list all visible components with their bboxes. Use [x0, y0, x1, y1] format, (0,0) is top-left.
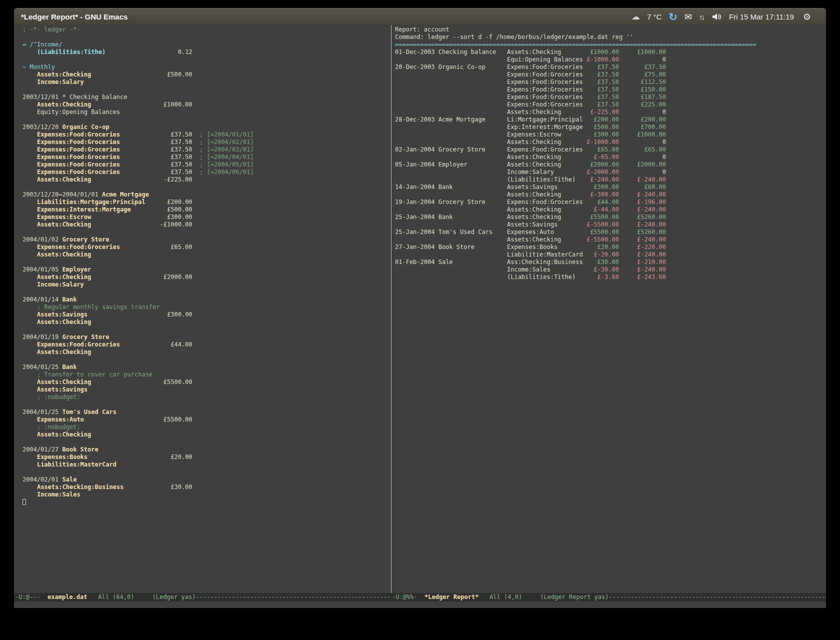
buffer-line: Assets:Checking	[22, 431, 391, 438]
emacs-frame: *Ledger Report* - GNU Emacs ☁ 7 °C ↻ ✉ ↑…	[14, 8, 826, 608]
buffer-line	[22, 498, 391, 506]
buffer-line: ; :nobudget:	[22, 424, 391, 431]
buffer-window-ledger-file[interactable]: ; -*- ledger -*-= /^Income/ (Liabilities…	[14, 25, 391, 593]
settings-gear-icon[interactable]: ⚙	[803, 12, 811, 22]
buffer-line: 2004/01/05 Employer	[22, 266, 391, 274]
buffer-line: 2004/01/19 Grocery Store	[22, 334, 391, 341]
report-row: Assets:Checking £-1000.00 0	[395, 138, 826, 146]
report-header-line: Command: ledger --sort d -f /home/borbus…	[395, 34, 826, 41]
buffer-line: 2003/12/28=2004/01/01 Acme Mortgage	[22, 191, 391, 198]
modelines-row: -U:@--- example.dat All (64,0) (Ledger y…	[14, 593, 826, 602]
report-row: Income:Sales £-30.00 £-240.00	[395, 266, 826, 274]
buffer-line: Assets:Savings £300.00	[22, 311, 391, 318]
buffer-line	[22, 468, 391, 476]
report-row: 14-Jan-2004 Bank Assets:Savings £300.00 …	[395, 184, 826, 191]
buffer-line: Income:Salary	[22, 281, 391, 288]
report-row: 01-Feb-2004 Sale Ass:Checking:Business £…	[395, 258, 826, 266]
modeline-left[interactable]: -U:@--- example.dat All (64,0) (Ledger y…	[14, 593, 391, 602]
buffer-line: Liabilities:MasterCard	[22, 461, 391, 468]
buffer-line: Income:Salary	[22, 78, 391, 86]
weather-icon[interactable]: ☁	[632, 12, 640, 21]
text-cursor	[22, 499, 26, 505]
report-row: Assets:Checking £-300.00 £-240.00	[395, 191, 826, 198]
report-row: Liabilitie:MasterCard £-20.00 £-240.00	[395, 251, 826, 258]
report-row: Expenses:Escrow £300.00 £1000.00	[395, 131, 826, 138]
report-row: Expens:Food:Groceries £37.50 £150.00	[395, 86, 826, 94]
buffer-window-ledger-report[interactable]: Report: accountCommand: ledger --sort d …	[392, 25, 826, 593]
report-row: 28-Dec-2003 Acme Mortgage Li:Mortgage:Pr…	[395, 116, 826, 124]
buffer-line: 2004/01/14 Bank	[22, 296, 391, 304]
buffer-line: ; Regular monthly savings transfer	[22, 304, 391, 311]
buffer-line: Assets:Checking -£1000.00	[22, 221, 391, 228]
buffer-line: 2004/01/25 Bank	[22, 364, 391, 371]
buffer-line: Expenses:Food:Groceries £44.00	[22, 341, 391, 348]
buffer-line: Expenses:Food:Groceries £37.50 ; [=2004/…	[22, 161, 391, 168]
buffer-line	[22, 401, 391, 408]
buffer-line	[22, 356, 391, 364]
buffer-line: Expenses:Food:Groceries £37.50 ; [=2004/…	[22, 131, 391, 138]
echo-area[interactable]	[14, 602, 826, 608]
window-titlebar[interactable]: *Ledger Report* - GNU Emacs ☁ 7 °C ↻ ✉ ↑…	[14, 8, 826, 25]
report-row: 20-Dec-2003 Organic Co-op Expens:Food:Gr…	[395, 64, 826, 71]
buffer-line: Expenses:Interest:Mortgage £500.00	[22, 206, 391, 214]
report-row: 19-Jan-2004 Grocery Store Expens:Food:Gr…	[395, 198, 826, 206]
buffer-line: Equity:Opening Balances	[22, 108, 391, 116]
report-row: Assets:Savings £-5500.00 £-240.00	[395, 221, 826, 228]
buffer-line: Assets:Savings	[22, 386, 391, 394]
buffer-line	[22, 56, 391, 64]
report-row: 25-Jan-2004 Tom's Used Cars Expenses:Aut…	[395, 228, 826, 236]
buffer-line: = /^Income/	[22, 41, 391, 48]
report-row: 27-Jan-2004 Book Store Expenses:Books £2…	[395, 244, 826, 251]
modeline-right[interactable]: -U:@%%- *Ledger Report* All (4,0) (Ledge…	[391, 593, 826, 602]
buffer-line	[22, 86, 391, 94]
buffer-line	[22, 228, 391, 236]
buffer-line: ; -*- ledger -*-	[22, 26, 391, 34]
buffer-line: 2004/01/27 Book Store	[22, 446, 391, 454]
buffer-line: 2004/02/01 Sale	[22, 476, 391, 484]
buffer-line: Assets:Checking -£225.00	[22, 176, 391, 184]
buffer-line: (Liabilities:Tithe) 0.12	[22, 48, 391, 56]
buffer-line: 2004/01/25 Tom's Used Cars	[22, 408, 391, 416]
report-row: Expens:Food:Groceries £37.50 £225.00	[395, 101, 826, 108]
buffer-line	[22, 258, 391, 266]
buffer-line: 2003/12/01 * Checking balance	[22, 94, 391, 101]
mail-icon[interactable]: ✉	[684, 12, 692, 22]
buffer-line: ~ Monthly	[22, 64, 391, 71]
buffer-line: 2003/12/20 Organic Co-op	[22, 124, 391, 131]
buffer-line: Assets:Checking £2000.00	[22, 274, 391, 281]
report-row: Expens:Food:Groceries £37.50 £75.00	[395, 71, 826, 78]
report-row: Equi:Opening Balances £-1000.00 0	[395, 56, 826, 64]
buffer-line	[22, 34, 391, 41]
network-arrows-icon[interactable]: ↑↓	[699, 13, 705, 20]
report-row: Assets:Checking £-225.00 0	[395, 108, 826, 116]
buffer-line	[22, 288, 391, 296]
buffer-line: Income:Sales	[22, 491, 391, 498]
system-tray: ☁ 7 °C ↻ ✉ ↑↓ Fri 15 Mar 17:11:19 ⚙	[632, 12, 819, 22]
report-row: (Liabilities:Tithe) £-240.00 £-240.00	[395, 176, 826, 184]
temperature-label: 7 °C	[647, 12, 662, 21]
buffer-line: Assets:Checking	[22, 318, 391, 326]
refresh-icon[interactable]: ↻	[668, 12, 678, 22]
report-row: 25-Jan-2004 Bank Assets:Checking £5500.0…	[395, 214, 826, 221]
report-row: Assets:Checking £-44.00 £-240.00	[395, 206, 826, 214]
report-row: 01-Dec-2003 Checking balance Assets:Chec…	[395, 48, 826, 56]
buffer-line	[22, 116, 391, 124]
report-row: Exp:Interest:Mortgage £500.00 £700.00	[395, 124, 826, 131]
volume-icon[interactable]	[712, 13, 722, 20]
report-row: Assets:Checking £-5500.00 £-240.00	[395, 236, 826, 244]
buffer-line: ; Transfer to cover car purchase	[22, 371, 391, 378]
clock: Fri 15 Mar 17:11:19	[729, 12, 794, 21]
report-row: 02-Jan-2004 Grocery Store Expens:Food:Gr…	[395, 146, 826, 154]
buffer-line	[22, 184, 391, 191]
report-row: Income:Salary £-2000.00 0	[395, 168, 826, 176]
buffer-line: Assets:Checking £5500.00	[22, 378, 391, 386]
report-separator: ========================================…	[395, 41, 826, 48]
buffer-line: ; :nobudget:	[22, 394, 391, 401]
buffer-line: Expenses:Auto £5500.00	[22, 416, 391, 424]
report-row: Assets:Checking £-65.00 0	[395, 154, 826, 161]
buffer-line	[22, 438, 391, 446]
buffer-line: Assets:Checking £500.00	[22, 71, 391, 78]
buffer-line: Liabilities:Mortgage:Principal £200.00	[22, 198, 391, 206]
buffer-line: Assets:Checking £1000.00	[22, 101, 391, 108]
buffer-line: Expenses:Food:Groceries £37.50 ; [=2004/…	[22, 154, 391, 161]
